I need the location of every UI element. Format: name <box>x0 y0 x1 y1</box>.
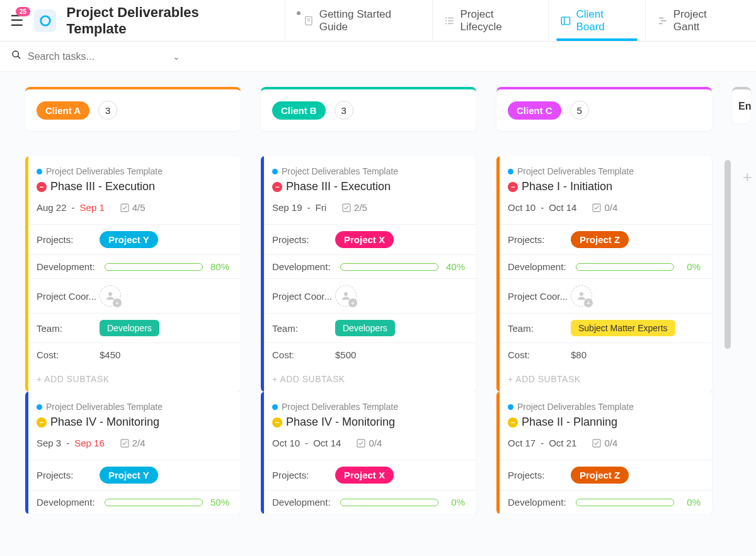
progress-pct: 0% <box>444 497 465 508</box>
search-input[interactable] <box>28 51 166 62</box>
field-label: Projects: <box>272 470 335 480</box>
end-date: Oct 14 <box>313 438 341 448</box>
client-chip: Client B <box>272 101 326 120</box>
team-chip[interactable]: Developers <box>335 320 395 336</box>
chevron-down-icon[interactable]: ⌄ <box>173 52 180 62</box>
project-chip[interactable]: Project X <box>335 467 394 484</box>
priority-icon: − <box>508 182 518 192</box>
add-subtask-button[interactable]: + ADD SUBTASK <box>261 366 476 392</box>
add-assignee-button[interactable]: + <box>100 285 121 307</box>
field-label: Team: <box>272 323 335 334</box>
template-label: Project Deliverables Template <box>282 402 398 412</box>
field-label: Projects: <box>37 234 100 245</box>
add-assignee-button[interactable]: + <box>571 285 592 307</box>
project-chip[interactable]: Project Z <box>571 467 629 484</box>
client-chip: En <box>738 101 751 112</box>
field-label: Development: <box>37 261 100 272</box>
svg-point-18 <box>108 292 112 296</box>
task-card[interactable]: Project Deliverables Template −Phase IV … <box>25 392 241 514</box>
field-label: Project Coor... <box>508 291 571 302</box>
gantt-icon <box>657 15 668 26</box>
team-chip[interactable]: Subject Matter Experts <box>571 320 675 336</box>
status-dot-icon <box>37 404 42 410</box>
add-subtask-button[interactable]: + ADD SUBTASK <box>496 366 712 392</box>
task-card[interactable]: Project Deliverables Template −Phase III… <box>25 156 241 392</box>
project-chip[interactable]: Project Z <box>571 231 629 248</box>
search-bar: ⌄ <box>0 42 756 72</box>
column-header[interactable]: En <box>732 87 751 123</box>
cost-value: $80 <box>571 349 701 360</box>
card-title: Phase IV - Monitoring <box>50 416 159 429</box>
scrollbar-thumb[interactable] <box>724 160 731 349</box>
add-column-button[interactable]: + <box>743 167 752 187</box>
cost-value: $500 <box>335 349 465 360</box>
field-label: Team: <box>37 323 100 334</box>
column-client-a: Client A 3 Project Deliverables Template… <box>25 87 241 514</box>
progress-bar <box>105 499 203 506</box>
start-date: Sep 19 <box>272 202 302 213</box>
project-chip[interactable]: Project Y <box>100 231 158 248</box>
field-label: Cost: <box>508 349 571 360</box>
card-title: Phase III - Execution <box>286 180 391 193</box>
page-title: Project Deliverables Template <box>66 4 260 37</box>
end-date: Oct 14 <box>549 202 576 213</box>
team-chip[interactable]: Developers <box>100 320 159 336</box>
project-chip[interactable]: Project Y <box>100 467 158 484</box>
svg-point-21 <box>344 292 348 296</box>
field-label: Projects: <box>37 470 100 480</box>
tab-client-board[interactable]: Client Board <box>548 0 645 41</box>
column-client-c: Client C 5 Project Deliverables Template… <box>496 87 712 514</box>
board: Client A 3 Project Deliverables Template… <box>0 72 756 514</box>
subtask-count: 0/4 <box>356 438 382 448</box>
progress-pct: 80% <box>208 261 229 272</box>
card-title: Phase IV - Monitoring <box>286 416 395 429</box>
task-card[interactable]: Project Deliverables Template −Phase I -… <box>496 156 712 392</box>
field-label: Development: <box>37 497 100 508</box>
date-range[interactable]: Aug 22 - Sep 1 4/5 <box>37 202 229 213</box>
search-icon[interactable] <box>11 50 21 63</box>
column-header[interactable]: Client C 5 <box>496 87 712 131</box>
date-range[interactable]: Sep 3 - Sep 16 2/4 <box>37 438 229 448</box>
priority-icon: − <box>37 182 47 192</box>
field-label: Projects: <box>508 234 571 245</box>
field-label: Projects: <box>508 470 571 480</box>
date-range[interactable]: Oct 10 - Oct 14 0/4 <box>272 438 465 448</box>
card-count: 3 <box>98 101 117 120</box>
add-assignee-button[interactable]: + <box>335 285 357 307</box>
task-card[interactable]: Project Deliverables Template −Phase IV … <box>261 392 476 514</box>
svg-point-15 <box>13 51 18 57</box>
status-dot-icon <box>508 404 513 410</box>
date-range[interactable]: Sep 19 - Fri 2/5 <box>272 202 465 213</box>
tab-project-gantt[interactable]: Project Gantt <box>645 0 746 41</box>
field-label: Project Coor... <box>272 291 335 302</box>
column-header[interactable]: Client A 3 <box>25 87 241 131</box>
status-dot-icon <box>508 169 513 174</box>
card-count: 5 <box>570 101 589 120</box>
card-count: 3 <box>335 101 353 120</box>
workspace-logo[interactable] <box>34 9 56 32</box>
field-label: Development: <box>272 497 335 508</box>
menu-button[interactable]: ☰ 25 <box>10 12 24 30</box>
card-title: Phase II - Planning <box>522 416 617 429</box>
project-chip[interactable]: Project X <box>335 231 394 248</box>
column-header[interactable]: Client B 3 <box>261 87 476 131</box>
template-label: Project Deliverables Template <box>517 402 634 412</box>
svg-rect-10 <box>561 17 570 25</box>
client-chip: Client C <box>508 101 561 120</box>
add-subtask-button[interactable]: + ADD SUBTASK <box>25 366 241 392</box>
tab-getting-started[interactable]: Getting Started Guide <box>285 0 432 41</box>
template-label: Project Deliverables Template <box>282 166 398 176</box>
date-range[interactable]: Oct 10 - Oct 14 0/4 <box>508 202 701 213</box>
progress-bar <box>576 499 674 506</box>
cost-value: $450 <box>100 349 229 360</box>
priority-icon: − <box>508 417 518 428</box>
svg-point-24 <box>580 292 583 296</box>
task-card[interactable]: Project Deliverables Template −Phase III… <box>261 156 476 392</box>
list-icon <box>444 15 455 26</box>
field-label: Development: <box>508 497 571 508</box>
template-label: Project Deliverables Template <box>46 166 163 176</box>
tab-project-lifecycle[interactable]: Project Lifecycle <box>432 0 548 41</box>
date-range[interactable]: Oct 17 - Oct 21 0/4 <box>508 438 701 448</box>
subtask-count: 0/4 <box>592 202 617 213</box>
task-card[interactable]: Project Deliverables Template −Phase II … <box>496 392 712 514</box>
